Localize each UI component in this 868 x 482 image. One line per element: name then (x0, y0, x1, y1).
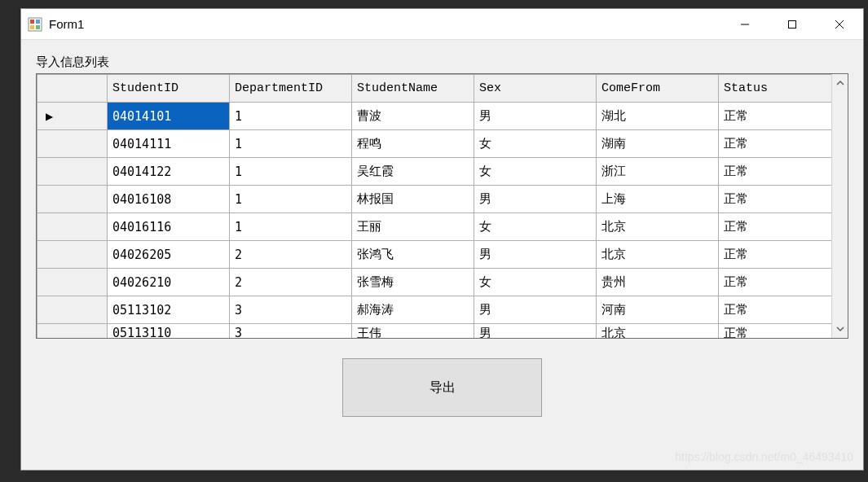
cell[interactable]: 04014111 (108, 130, 230, 158)
cell[interactable]: 吴红霞 (352, 158, 474, 186)
close-button[interactable] (816, 9, 863, 40)
minimize-button[interactable] (721, 9, 769, 40)
cell[interactable]: 北京 (597, 241, 719, 269)
col-header-studentname[interactable]: StudentName (352, 75, 474, 103)
cell[interactable]: 1 (230, 158, 352, 186)
cell[interactable]: 女 (474, 269, 597, 296)
cell[interactable]: 王伟 (352, 324, 474, 339)
app-window: Form1 导入信息列表 (20, 8, 864, 471)
window-controls (721, 9, 863, 40)
cell[interactable]: 3 (230, 296, 352, 324)
col-header-status[interactable]: Status (719, 75, 832, 103)
row-header[interactable] (37, 213, 108, 241)
app-icon (28, 17, 42, 32)
cell[interactable]: 正常 (719, 130, 832, 158)
table-row[interactable]: 051131023郝海涛男河南正常 (37, 296, 832, 324)
cell[interactable]: 张鸿飞 (352, 241, 474, 269)
row-header[interactable] (37, 296, 108, 324)
cell[interactable]: 王丽 (352, 213, 474, 241)
cell[interactable]: 浙江 (597, 158, 719, 186)
row-header[interactable]: ▶ (37, 103, 108, 130)
table-row[interactable]: 040262052张鸿飞男北京正常 (37, 241, 832, 269)
cell[interactable]: 1 (230, 130, 352, 158)
cell[interactable]: 贵州 (597, 269, 719, 296)
maximize-button[interactable] (769, 9, 816, 40)
cell[interactable]: 湖北 (597, 103, 719, 130)
cell[interactable]: 2 (230, 241, 352, 269)
svg-rect-1 (30, 20, 34, 24)
cell[interactable]: 2 (230, 269, 352, 296)
row-header[interactable] (37, 186, 108, 213)
cell[interactable]: 男 (474, 296, 597, 324)
cell[interactable]: 河南 (597, 296, 719, 324)
client-area: 导入信息列表 Stude (21, 40, 863, 470)
cell[interactable]: 正常 (719, 296, 832, 324)
cell[interactable]: 郝海涛 (352, 296, 474, 324)
cell[interactable]: 男 (474, 324, 597, 339)
scroll-up-icon[interactable] (832, 74, 848, 92)
table-row[interactable]: 040141111程鸣女湖南正常 (37, 130, 832, 158)
svg-rect-6 (789, 20, 796, 28)
data-grid[interactable]: StudentID DepartmentID StudentName Sex C… (36, 73, 848, 339)
cell[interactable]: 女 (474, 213, 597, 241)
row-indicator-icon: ▶ (46, 111, 53, 122)
col-header-departmentid[interactable]: DepartmentID (230, 75, 352, 103)
cell[interactable]: 曹波 (352, 103, 474, 130)
cell[interactable]: 正常 (719, 158, 832, 186)
cell[interactable]: 林报国 (352, 186, 474, 213)
cell[interactable]: 正常 (719, 103, 832, 130)
col-header-comefrom[interactable]: ComeFrom (597, 75, 719, 103)
cell[interactable]: 北京 (597, 213, 719, 241)
table-row[interactable]: 040161161王丽女北京正常 (37, 213, 832, 241)
table-row[interactable]: 040161081林报国男上海正常 (37, 186, 832, 213)
table-row[interactable]: 040141221吴红霞女浙江正常 (37, 158, 832, 186)
cell[interactable]: 男 (474, 186, 597, 213)
cell[interactable]: 3 (230, 324, 352, 339)
grid-label: 导入信息列表 (36, 55, 848, 70)
button-area: 导出 (36, 358, 848, 417)
table-row[interactable]: 051131103王伟男北京正常 (37, 324, 832, 339)
row-header[interactable] (37, 241, 108, 269)
cell[interactable]: 女 (474, 158, 597, 186)
cell[interactable]: 程鸣 (352, 130, 474, 158)
cell[interactable]: 正常 (719, 269, 832, 296)
cell[interactable]: 张雪梅 (352, 269, 474, 296)
vertical-scrollbar[interactable] (831, 74, 848, 338)
window-title: Form1 (49, 17, 84, 31)
cell[interactable]: 湖南 (597, 130, 719, 158)
cell[interactable]: 04014122 (108, 158, 230, 186)
col-header-studentid[interactable]: StudentID (108, 75, 230, 103)
cell[interactable]: 男 (474, 241, 597, 269)
cell[interactable]: 1 (230, 213, 352, 241)
cell[interactable]: 04014101 (108, 103, 230, 130)
table-row[interactable]: 040262102张雪梅女贵州正常 (37, 269, 832, 296)
cell[interactable]: 05113102 (108, 296, 230, 324)
row-header[interactable] (37, 130, 108, 158)
cell[interactable]: 正常 (719, 186, 832, 213)
cell[interactable]: 男 (474, 103, 597, 130)
cell[interactable]: 04026210 (108, 269, 230, 296)
title-bar[interactable]: Form1 (21, 9, 863, 40)
cell[interactable]: 04016108 (108, 186, 230, 213)
cell[interactable]: 正常 (719, 213, 832, 241)
header-row: StudentID DepartmentID StudentName Sex C… (37, 75, 832, 103)
row-header[interactable] (37, 158, 108, 186)
cell[interactable]: 04016116 (108, 213, 230, 241)
svg-rect-2 (36, 20, 40, 24)
row-header[interactable] (37, 269, 108, 296)
cell[interactable]: 05113110 (108, 324, 230, 339)
cell[interactable]: 女 (474, 130, 597, 158)
row-header-corner[interactable] (37, 75, 108, 103)
cell[interactable]: 正常 (719, 241, 832, 269)
col-header-sex[interactable]: Sex (474, 75, 597, 103)
cell[interactable]: 04026205 (108, 241, 230, 269)
cell[interactable]: 正常 (719, 324, 832, 339)
scroll-down-icon[interactable] (832, 320, 848, 338)
cell[interactable]: 北京 (597, 324, 719, 339)
cell[interactable]: 1 (230, 103, 352, 130)
export-button[interactable]: 导出 (342, 358, 542, 417)
table-row[interactable]: ▶040141011曹波男湖北正常 (37, 103, 832, 130)
row-header[interactable] (37, 324, 108, 339)
cell[interactable]: 上海 (597, 186, 719, 213)
cell[interactable]: 1 (230, 186, 352, 213)
